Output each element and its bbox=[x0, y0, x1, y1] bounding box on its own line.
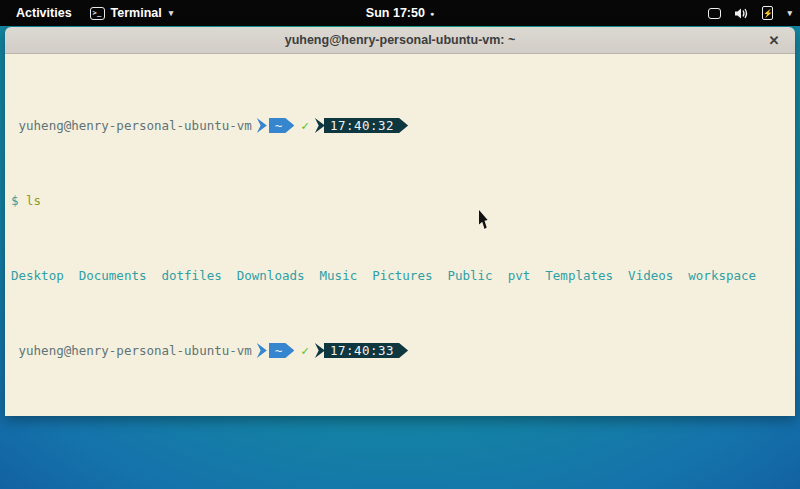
powerline-arrow-icon bbox=[257, 118, 267, 133]
screen-share-icon bbox=[708, 8, 721, 19]
powerline-segments: ~ ✓ 17:40:33 bbox=[252, 343, 408, 358]
system-tray[interactable]: ⚡ ▾ bbox=[708, 0, 792, 26]
prompt-username: yuheng@henry-personal-ubuntu-vm bbox=[11, 118, 252, 133]
volume-icon bbox=[734, 7, 749, 20]
prompt-time: 17:40:32 bbox=[324, 118, 408, 133]
check-icon: ✓ bbox=[301, 343, 309, 358]
prompt-dollar: $ bbox=[11, 193, 19, 208]
app-menu-terminal[interactable]: >_ Terminal ▾ bbox=[90, 6, 174, 20]
close-button[interactable]: ✕ bbox=[763, 27, 785, 54]
prompt-line: yuheng@henry-personal-ubuntu-vm ~ ✓ 17:4… bbox=[11, 343, 793, 358]
terminal-window: yuheng@henry-personal-ubuntu-vm: ~ ✕ yuh… bbox=[5, 27, 795, 416]
check-icon: ✓ bbox=[301, 118, 309, 133]
powerline-segments: ~ ✓ 17:40:32 bbox=[252, 118, 408, 133]
prompt-path-segment: ~ bbox=[269, 343, 295, 358]
command-line: $ ls bbox=[11, 193, 793, 208]
terminal-icon: >_ bbox=[90, 7, 105, 20]
system-menu-chevron-icon: ▾ bbox=[787, 8, 792, 18]
prompt-time: 17:40:33 bbox=[324, 343, 408, 358]
window-titlebar[interactable]: yuheng@henry-personal-ubuntu-vm: ~ ✕ bbox=[5, 27, 795, 54]
prompt-path-segment: ~ bbox=[269, 118, 295, 133]
clock-button[interactable]: Sun 17:50 ● bbox=[366, 0, 434, 26]
activities-button[interactable]: Activities bbox=[12, 4, 76, 22]
terminal-content[interactable]: yuheng@henry-personal-ubuntu-vm ~ ✓ 17:4… bbox=[5, 54, 795, 416]
powerline-arrow-icon bbox=[257, 343, 267, 358]
powerline-arrow-icon bbox=[315, 118, 325, 133]
clock-label: Sun 17:50 bbox=[366, 6, 425, 20]
command-text: ls bbox=[26, 193, 41, 208]
ls-output: Desktop Documents dotfiles Downloads Mus… bbox=[11, 268, 793, 283]
chevron-down-icon: ▾ bbox=[169, 8, 174, 18]
notification-dot-icon: ● bbox=[430, 10, 434, 17]
prompt-line: yuheng@henry-personal-ubuntu-vm ~ ✓ 17:4… bbox=[11, 118, 793, 133]
powerline-arrow-icon bbox=[315, 343, 325, 358]
close-icon: ✕ bbox=[769, 33, 780, 48]
prompt-username: yuheng@henry-personal-ubuntu-vm bbox=[11, 343, 252, 358]
window-title: yuheng@henry-personal-ubuntu-vm: ~ bbox=[285, 33, 516, 47]
top-bar: Activities >_ Terminal ▾ Sun 17:50 ● ⚡ ▾ bbox=[0, 0, 800, 26]
app-menu-label: Terminal bbox=[111, 6, 162, 20]
battery-icon: ⚡ bbox=[762, 6, 773, 20]
